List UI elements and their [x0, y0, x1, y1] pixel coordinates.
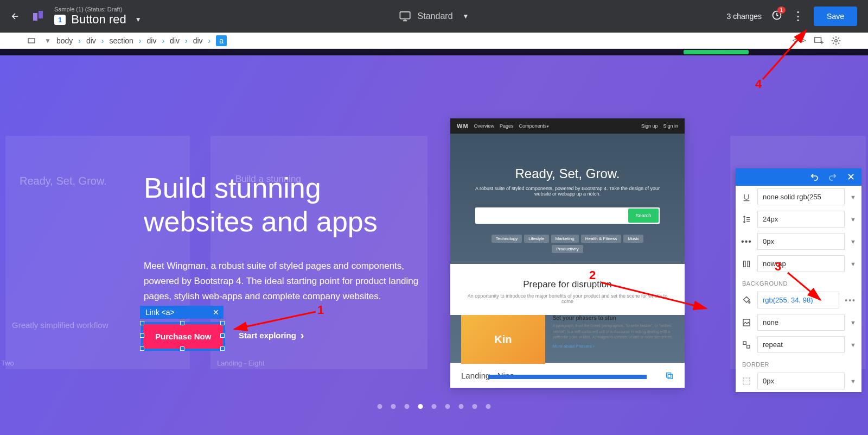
style-row-line-height[interactable]: 24px ▼ — [736, 208, 861, 230]
title-block: Sample (1) (Status: Draft) 1 Button red … — [54, 6, 142, 27]
chevron-down-icon: ▼ — [463, 12, 469, 20]
svg-rect-3 — [815, 37, 821, 42]
chevron-down-icon: ▼ — [135, 16, 142, 23]
more-icon[interactable]: ••• — [845, 296, 856, 305]
style-value[interactable]: nowrap — [757, 255, 845, 272]
variant-badge: 1 — [54, 15, 66, 25]
style-row-nowrap[interactable]: nowrap ▼ — [736, 253, 861, 275]
explore-link[interactable]: Start exploring — [239, 329, 304, 342]
bg-color-value[interactable]: rgb(255, 34, 98) — [757, 292, 839, 308]
paint-bucket-icon — [741, 296, 752, 305]
close-icon[interactable]: ✕ — [847, 171, 855, 183]
breadcrumb-item-active[interactable]: a — [216, 35, 227, 46]
preview-search: Search — [475, 207, 660, 224]
monitor-icon — [399, 10, 411, 22]
word-break-icon — [741, 260, 752, 268]
breadcrumb-item[interactable]: div — [147, 36, 157, 45]
preview-screenshot: WM Overview Pages Components▾ Sign up Si… — [450, 118, 685, 363]
chevron-right-icon: › — [139, 36, 142, 45]
changes-count[interactable]: 3 changes — [726, 12, 762, 21]
preview-card: WM Overview Pages Components▾ Sign up Si… — [450, 118, 685, 388]
breadcrumb-item[interactable]: section — [110, 36, 133, 45]
svg-rect-7 — [744, 261, 745, 267]
border-icon — [741, 377, 752, 386]
chevron-right-icon: › — [101, 36, 104, 45]
close-icon[interactable]: ✕ — [208, 306, 224, 319]
chevron-down-icon[interactable]: ▼ — [850, 342, 856, 348]
style-row-text-decoration[interactable]: none solid rgb(255 ▼ — [736, 186, 861, 208]
svg-point-4 — [835, 39, 838, 42]
chevron-down-icon[interactable]: ▼ — [850, 194, 856, 200]
breadcrumb-item[interactable]: div — [193, 36, 203, 45]
more-menu-icon[interactable]: ⋮ — [792, 10, 804, 22]
style-value[interactable]: none — [757, 314, 845, 331]
chevron-down-icon[interactable]: ▼ — [850, 216, 856, 223]
ghost-footer: Two — [1, 359, 14, 367]
repeat-icon — [741, 341, 752, 349]
hero-block: Build stunning websites and apps Meet Wi… — [144, 171, 426, 304]
style-row-border-width[interactable]: 0px ▼ — [736, 370, 861, 392]
title-subtitle: Sample (1) (Status: Draft) — [54, 6, 142, 12]
style-value[interactable]: repeat — [757, 336, 845, 353]
breadcrumb-item[interactable]: div — [170, 36, 180, 45]
section-background-label: BACKGROUND — [736, 275, 861, 289]
preview-sub: A robust suite of styled components, pow… — [467, 186, 668, 197]
back-button[interactable] — [5, 7, 25, 26]
chevron-right-icon: › — [162, 36, 164, 45]
gear-icon[interactable] — [831, 36, 841, 46]
ghost-subhead: Greatly simplified workflow — [12, 320, 108, 330]
breadcrumb-item[interactable]: body — [56, 36, 73, 45]
svg-rect-0 — [400, 12, 410, 19]
style-row-bg-color[interactable]: rgb(255, 34, 98) ••• — [736, 289, 861, 311]
chevron-down-icon[interactable]: ▼ — [850, 261, 856, 267]
redo-icon[interactable] — [828, 173, 837, 181]
undo-icon[interactable] — [810, 173, 819, 181]
title-main[interactable]: 1 Button red ▼ — [54, 12, 142, 27]
add-element-icon[interactable] — [814, 36, 824, 46]
breadcrumb-item[interactable]: div — [86, 36, 96, 45]
style-row-bg-image[interactable]: none ▼ — [736, 311, 861, 333]
style-panel: ✕ none solid rgb(255 ▼ 24px ▼ ••• 0px ▼ … — [736, 168, 861, 392]
ghost-headline: Ready, Set, Grow. — [20, 175, 107, 187]
breadcrumb: ▼ body › div › section › div › div › div… — [0, 33, 868, 49]
svg-rect-12 — [743, 378, 750, 384]
preview-body-title: Prepare for disruption — [467, 279, 668, 290]
svg-rect-10 — [743, 342, 746, 344]
preview-body-sub: An opportunity to introduce the major be… — [467, 293, 668, 304]
letter-spacing-icon: ••• — [741, 237, 752, 247]
notification-badge: 1 — [777, 7, 786, 14]
topbar: Sample (1) (Status: Draft) 1 Button red … — [0, 0, 868, 33]
chevron-down-icon[interactable]: ▼ — [850, 378, 856, 384]
style-row-bg-repeat[interactable]: repeat ▼ — [736, 333, 861, 356]
chevron-down-icon[interactable]: ▼ — [44, 37, 51, 45]
style-row-letter-spacing[interactable]: ••• 0px ▼ — [736, 230, 861, 253]
text-decoration-icon — [741, 193, 752, 201]
rectangle-select-icon[interactable] — [27, 36, 36, 45]
viewport-label: Standard — [418, 11, 453, 21]
style-value[interactable]: none solid rgb(255 — [757, 188, 845, 205]
viewport-selector[interactable]: Standard ▼ — [399, 10, 469, 22]
svg-rect-8 — [748, 261, 749, 267]
style-value[interactable]: 0px — [757, 373, 845, 389]
carousel-dots[interactable] — [378, 404, 491, 409]
chevron-down-icon[interactable]: ▼ — [850, 319, 856, 326]
purchase-button[interactable]: Purchase Now — [142, 323, 224, 350]
element-tag: Link <a> ✕ — [140, 306, 224, 319]
notifications-icon[interactable]: 1 — [771, 10, 782, 23]
element-tag-label: Link <a> — [140, 306, 180, 319]
line-height-icon — [741, 215, 752, 224]
style-value[interactable]: 0px — [757, 233, 845, 250]
chevron-right-icon: › — [185, 36, 188, 45]
preview-headline: Ready, Set, Grow. — [467, 166, 668, 181]
chevron-down-icon[interactable]: ▼ — [850, 238, 856, 245]
hero-body: Meet Wingman, a robust suite of styled p… — [144, 259, 426, 304]
svg-rect-6 — [668, 374, 672, 379]
experiment-title: Button red — [71, 12, 126, 27]
code-icon[interactable]: < > — [793, 36, 806, 46]
style-value[interactable]: 24px — [757, 211, 845, 228]
ghost-footer: Landing - Eight — [217, 359, 264, 367]
chevron-right-icon: › — [78, 36, 81, 45]
save-button[interactable]: Save — [814, 7, 857, 26]
svg-rect-2 — [28, 39, 35, 43]
chevron-right-icon: › — [208, 36, 211, 45]
